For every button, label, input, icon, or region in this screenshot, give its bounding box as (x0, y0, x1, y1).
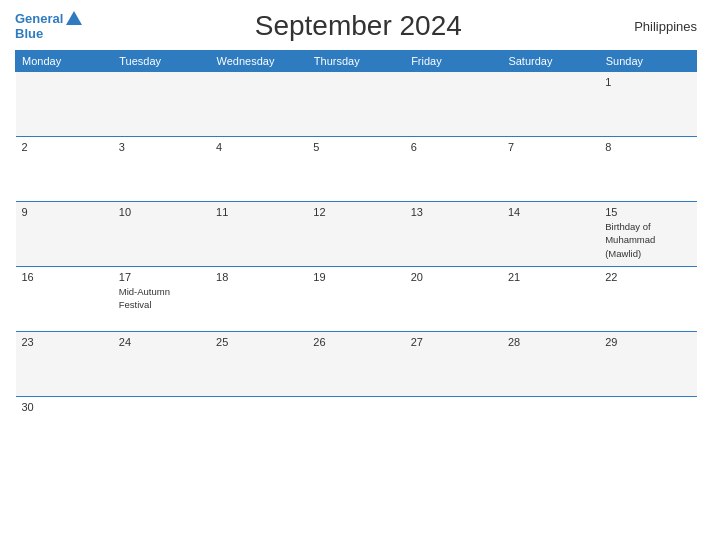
calendar-cell: 5 (307, 137, 404, 202)
calendar-cell (307, 72, 404, 137)
calendar-week-6: 30 (16, 397, 697, 452)
calendar-cell (405, 397, 502, 452)
calendar-table: Monday Tuesday Wednesday Thursday Friday… (15, 50, 697, 452)
calendar-cell (502, 397, 599, 452)
calendar-cell: 13 (405, 202, 502, 267)
calendar-cell: 15Birthday of Muhammad (Mawlid) (599, 202, 696, 267)
calendar-cell: 19 (307, 267, 404, 332)
calendar-cell: 18 (210, 267, 307, 332)
day-number: 21 (508, 271, 593, 283)
calendar-cell: 14 (502, 202, 599, 267)
calendar-cell (405, 72, 502, 137)
day-number: 24 (119, 336, 204, 348)
calendar-week-2: 2345678 (16, 137, 697, 202)
calendar-cell (210, 72, 307, 137)
country-name: Philippines (634, 19, 697, 34)
logo-blue: Blue (15, 27, 82, 41)
col-monday: Monday (16, 51, 113, 72)
logo-text: General (15, 12, 63, 26)
calendar-cell: 4 (210, 137, 307, 202)
calendar-cell: 6 (405, 137, 502, 202)
calendar-title: September 2024 (255, 10, 462, 42)
calendar-cell: 27 (405, 332, 502, 397)
calendar-week-4: 1617Mid-Autumn Festival1819202122 (16, 267, 697, 332)
calendar-cell: 1 (599, 72, 696, 137)
calendar-cell: 8 (599, 137, 696, 202)
day-number: 7 (508, 141, 593, 153)
calendar-cell: 20 (405, 267, 502, 332)
day-number: 4 (216, 141, 301, 153)
calendar-week-3: 9101112131415Birthday of Muhammad (Mawli… (16, 202, 697, 267)
day-number: 16 (22, 271, 107, 283)
calendar-week-1: 1 (16, 72, 697, 137)
logo: General Blue (15, 11, 82, 41)
col-thursday: Thursday (307, 51, 404, 72)
calendar-cell: 29 (599, 332, 696, 397)
day-number: 13 (411, 206, 496, 218)
day-number: 29 (605, 336, 690, 348)
calendar-cell: 2 (16, 137, 113, 202)
day-number: 1 (605, 76, 690, 88)
day-number: 26 (313, 336, 398, 348)
day-number: 23 (22, 336, 107, 348)
calendar-cell: 17Mid-Autumn Festival (113, 267, 210, 332)
day-number: 6 (411, 141, 496, 153)
day-number: 25 (216, 336, 301, 348)
calendar-cell (307, 397, 404, 452)
event-text: Birthday of Muhammad (Mawlid) (605, 221, 655, 259)
calendar-cell (16, 72, 113, 137)
calendar-cell: 16 (16, 267, 113, 332)
day-number: 9 (22, 206, 107, 218)
calendar-cell (210, 397, 307, 452)
calendar-cell: 21 (502, 267, 599, 332)
calendar-cell: 7 (502, 137, 599, 202)
day-number: 17 (119, 271, 204, 283)
calendar-cell (599, 397, 696, 452)
col-tuesday: Tuesday (113, 51, 210, 72)
calendar-cell: 23 (16, 332, 113, 397)
calendar-cell: 12 (307, 202, 404, 267)
day-number: 20 (411, 271, 496, 283)
day-number: 19 (313, 271, 398, 283)
day-number: 11 (216, 206, 301, 218)
col-saturday: Saturday (502, 51, 599, 72)
calendar-cell: 11 (210, 202, 307, 267)
calendar-cell: 25 (210, 332, 307, 397)
day-number: 22 (605, 271, 690, 283)
day-number: 12 (313, 206, 398, 218)
day-number: 3 (119, 141, 204, 153)
calendar-cell: 9 (16, 202, 113, 267)
calendar-page: General Blue September 2024 Philippines … (0, 0, 712, 550)
header-row: Monday Tuesday Wednesday Thursday Friday… (16, 51, 697, 72)
day-number: 27 (411, 336, 496, 348)
day-number: 30 (22, 401, 107, 413)
day-number: 2 (22, 141, 107, 153)
day-number: 18 (216, 271, 301, 283)
day-number: 14 (508, 206, 593, 218)
calendar-week-5: 23242526272829 (16, 332, 697, 397)
calendar-cell (113, 72, 210, 137)
calendar-cell: 26 (307, 332, 404, 397)
logo-general: General (15, 11, 63, 26)
day-number: 15 (605, 206, 690, 218)
calendar-header: General Blue September 2024 Philippines (15, 10, 697, 42)
calendar-cell (113, 397, 210, 452)
col-wednesday: Wednesday (210, 51, 307, 72)
col-friday: Friday (405, 51, 502, 72)
day-number: 10 (119, 206, 204, 218)
calendar-cell: 10 (113, 202, 210, 267)
calendar-cell: 22 (599, 267, 696, 332)
day-number: 28 (508, 336, 593, 348)
calendar-cell: 24 (113, 332, 210, 397)
calendar-cell (502, 72, 599, 137)
logo-triangle-icon (66, 11, 82, 25)
day-number: 8 (605, 141, 690, 153)
calendar-cell: 3 (113, 137, 210, 202)
calendar-cell: 28 (502, 332, 599, 397)
col-sunday: Sunday (599, 51, 696, 72)
calendar-cell: 30 (16, 397, 113, 452)
event-text: Mid-Autumn Festival (119, 286, 170, 310)
day-number: 5 (313, 141, 398, 153)
